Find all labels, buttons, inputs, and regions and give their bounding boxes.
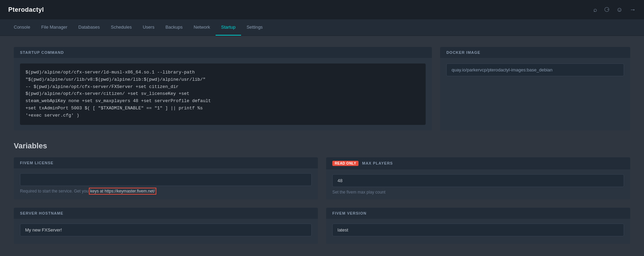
tab-settings[interactable]: Settings	[241, 19, 268, 36]
docker-image-body	[440, 58, 630, 82]
var-card-fivem-version: FIVEM VERSION	[326, 208, 630, 244]
max-players-input[interactable]	[332, 174, 624, 187]
brand-title: Pterodactyl	[8, 6, 44, 13]
tab-network[interactable]: Network	[188, 19, 216, 36]
var-card-fivem-license: FIVEM LICENSE Required to start the serv…	[14, 157, 318, 199]
var-card-fivem-version-header: FIVEM VERSION	[326, 208, 630, 219]
fivem-license-hint: Required to start the service. Get you k…	[20, 189, 312, 194]
var-card-max-players-body: Set the fivem max play count	[326, 169, 630, 199]
docker-image-input[interactable]	[446, 63, 624, 76]
var-label-fivem-version: FIVEM VERSION	[332, 211, 366, 215]
fivem-keymaster-link[interactable]: keys at https://keymaster.fivem.net/	[90, 188, 155, 194]
tab-file-manager[interactable]: File Manager	[36, 19, 73, 36]
var-card-max-players-header: READ ONLY MAX PLAYERS	[326, 157, 630, 169]
server-hostname-input[interactable]	[20, 224, 312, 236]
startup-command-header: STARTUP COMMAND	[14, 47, 432, 58]
var-label-server-hostname: SERVER HOSTNAME	[20, 211, 63, 215]
startup-command-body: $(pwd)/alpine/opt/cfx-server/ld-musl-x86…	[14, 58, 432, 130]
hint-prefix: Required to start the service. Get you	[20, 189, 89, 194]
docker-image-header: DOCKER IMAGE	[440, 47, 630, 58]
docker-image-panel: DOCKER IMAGE	[440, 47, 630, 130]
nav-icons: ⌕ ⚆ ☺ →	[593, 6, 636, 13]
fivem-license-input[interactable]	[20, 173, 312, 186]
tab-console[interactable]: Console	[8, 19, 36, 36]
tab-schedules[interactable]: Schedules	[105, 19, 137, 36]
sub-navbar: Console File Manager Databases Schedules…	[0, 19, 644, 36]
var-card-server-hostname: SERVER HOSTNAME	[14, 208, 318, 244]
startup-command-panel: STARTUP COMMAND $(pwd)/alpine/opt/cfx-se…	[14, 47, 432, 130]
var-card-fivem-license-header: FIVEM LICENSE	[14, 157, 318, 168]
logout-icon[interactable]: →	[630, 6, 636, 13]
startup-command-code: $(pwd)/alpine/opt/cfx-server/ld-musl-x86…	[20, 63, 426, 125]
max-players-hint: Set the fivem max play count	[332, 190, 624, 195]
tab-users[interactable]: Users	[137, 19, 160, 36]
layers-icon[interactable]: ⚆	[604, 6, 610, 13]
main-content: STARTUP COMMAND $(pwd)/alpine/opt/cfx-se…	[0, 36, 644, 255]
top-navbar: Pterodactyl ⌕ ⚆ ☺ →	[0, 0, 644, 19]
readonly-badge: READ ONLY	[332, 161, 359, 166]
var-card-server-hostname-header: SERVER HOSTNAME	[14, 208, 318, 219]
var-card-server-hostname-body	[14, 219, 318, 244]
account-icon[interactable]: ☺	[616, 6, 623, 13]
var-card-fivem-version-body	[326, 219, 630, 244]
top-row: STARTUP COMMAND $(pwd)/alpine/opt/cfx-se…	[14, 47, 630, 130]
tab-startup[interactable]: Startup	[216, 19, 241, 36]
fivem-version-input[interactable]	[332, 224, 624, 236]
variables-grid: FIVEM LICENSE Required to start the serv…	[14, 157, 630, 244]
var-card-max-players: READ ONLY MAX PLAYERS Set the fivem max …	[326, 157, 630, 199]
var-card-fivem-license-body: Required to start the service. Get you k…	[14, 168, 318, 198]
variables-title: Variables	[14, 141, 630, 150]
tab-backups[interactable]: Backups	[160, 19, 188, 36]
search-icon[interactable]: ⌕	[593, 6, 597, 13]
var-label-fivem-license: FIVEM LICENSE	[20, 161, 53, 165]
variables-section: Variables FIVEM LICENSE Required to star…	[14, 141, 630, 244]
max-players-hint-text: Set the fivem max play count	[332, 190, 385, 195]
tab-databases[interactable]: Databases	[73, 19, 105, 36]
var-label-max-players: MAX PLAYERS	[362, 161, 393, 165]
